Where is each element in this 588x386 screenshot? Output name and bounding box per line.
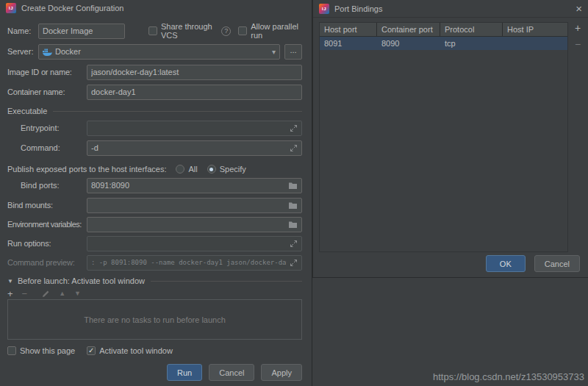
container-name-row: Container name: — [7, 84, 302, 100]
container-name-field[interactable] — [87, 85, 302, 100]
name-input[interactable] — [43, 26, 121, 35]
entrypoint-input[interactable] — [91, 124, 287, 132]
share-vcs-checkbox-box[interactable] — [148, 26, 157, 35]
tasks-empty-panel: There are no tasks to run before launch — [7, 299, 302, 340]
run-options-input[interactable] — [91, 239, 287, 248]
server-row: Server: Docker ▾ ... — [7, 43, 302, 60]
dialog-button-bar: OK Cancel — [486, 255, 580, 272]
show-this-page-checkbox[interactable]: Show this page — [7, 346, 75, 355]
ok-button[interactable]: OK — [486, 255, 526, 272]
activate-tool-window-checkbox[interactable]: ✓ Activate tool window — [87, 346, 173, 355]
intellij-logo-icon: IJ — [6, 3, 16, 13]
image-id-row: Image ID or name: — [7, 64, 302, 80]
cancel-button[interactable]: Cancel — [534, 255, 580, 272]
radio-specify-circle[interactable] — [207, 165, 216, 174]
radio-selected-dot — [209, 168, 213, 171]
apply-button[interactable]: Apply — [261, 364, 302, 381]
add-task-icon[interactable]: + — [7, 289, 13, 299]
help-icon[interactable]: ? — [221, 26, 231, 36]
expand-field-icon[interactable] — [290, 240, 298, 248]
expand-field-icon[interactable] — [290, 144, 298, 152]
chevron-down-icon: ▾ — [272, 48, 276, 56]
radio-all-label: All — [188, 165, 197, 174]
command-input[interactable] — [91, 143, 287, 152]
column-header-protocol[interactable]: Protocol — [440, 23, 503, 36]
remove-task-icon[interactable]: − — [22, 289, 28, 299]
allow-parallel-checkbox[interactable]: Allow parallel run — [238, 22, 302, 40]
env-vars-label: Environment variables: — [7, 220, 87, 229]
remove-row-icon[interactable]: − — [573, 39, 583, 49]
cell-container-port[interactable]: 8090 — [377, 39, 440, 48]
name-label: Name: — [7, 26, 38, 35]
close-icon[interactable]: × — [576, 3, 582, 14]
server-more-button[interactable]: ... — [284, 44, 302, 60]
run-options-label: Run options: — [7, 239, 87, 248]
column-header-container-port[interactable]: Container port — [377, 23, 440, 36]
collapse-arrow-icon[interactable]: ▼ — [7, 278, 13, 285]
image-id-label: Image ID or name: — [7, 68, 87, 76]
expand-field-icon[interactable] — [290, 259, 298, 267]
bind-ports-label: Bind ports: — [21, 181, 87, 190]
section-divider — [151, 281, 302, 282]
before-launch-label: Before launch: Activate tool window — [18, 276, 145, 285]
add-row-icon[interactable]: + — [573, 23, 583, 33]
create-docker-configuration-dialog: IJ Create Docker Configuration Name: Sha… — [0, 0, 312, 386]
run-button[interactable]: Run — [167, 364, 202, 381]
expand-field-icon[interactable] — [290, 124, 298, 132]
move-up-icon[interactable]: ▲ — [59, 290, 65, 297]
radio-all-circle[interactable] — [176, 165, 184, 174]
image-id-input[interactable] — [91, 68, 298, 76]
activate-tool-window-checkbox-box[interactable]: ✓ — [87, 346, 96, 355]
radio-all[interactable]: All — [176, 165, 197, 174]
dialog-titlebar[interactable]: IJ Create Docker Configuration — [0, 0, 312, 16]
bind-mounts-field[interactable] — [87, 198, 302, 213]
container-name-input[interactable] — [91, 87, 298, 96]
command-preview-field: : -p 8091:8090 --name docker-day1 jason/… — [87, 255, 302, 271]
entrypoint-field[interactable] — [87, 121, 302, 136]
browse-folder-icon[interactable] — [288, 221, 298, 229]
browse-folder-icon[interactable] — [288, 182, 298, 190]
edit-task-icon[interactable] — [42, 290, 50, 298]
column-header-host-port[interactable]: Host port — [320, 23, 377, 36]
bind-ports-row: Bind ports: — [21, 177, 302, 193]
image-id-field[interactable] — [87, 65, 302, 80]
allow-parallel-checkbox-box[interactable] — [238, 26, 247, 35]
browse-folder-icon[interactable] — [288, 201, 298, 210]
share-vcs-checkbox[interactable]: Share through VCS ? — [148, 22, 231, 40]
docker-icon — [43, 48, 52, 56]
env-vars-row: Environment variables: — [7, 216, 302, 232]
bind-mounts-row: Bind mounts: — [7, 197, 302, 213]
env-vars-field[interactable] — [87, 217, 302, 232]
command-preview-label: Command preview: — [7, 258, 87, 267]
share-vcs-label: Share through VCS — [161, 22, 218, 40]
show-this-page-checkbox-box[interactable] — [7, 346, 16, 355]
radio-specify[interactable]: Specify — [207, 165, 246, 174]
cell-protocol[interactable]: tcp — [440, 39, 503, 48]
table-row[interactable]: 8091 8090 tcp — [320, 37, 567, 50]
entrypoint-row: Entrypoint: — [21, 120, 302, 136]
command-preview-row: Command preview: : -p 8091:8090 --name d… — [7, 254, 302, 271]
command-field[interactable] — [87, 140, 302, 156]
tasks-toolbar: + − ▲ ▼ — [7, 287, 81, 299]
bind-mounts-label: Bind mounts: — [7, 201, 87, 210]
bind-mounts-input[interactable] — [91, 201, 285, 210]
env-vars-input[interactable] — [91, 220, 285, 229]
show-this-page-label: Show this page — [20, 346, 75, 355]
cell-host-port[interactable]: 8091 — [320, 39, 377, 48]
command-preview-text: : -p 8091:8090 --name docker-day1 jason/… — [91, 259, 287, 266]
column-header-host-ip[interactable]: Host IP — [503, 23, 567, 36]
cancel-button[interactable]: Cancel — [209, 364, 254, 381]
bind-ports-input[interactable] — [91, 181, 285, 190]
port-bindings-dialog: IJ Port Bindings × Host port Container p… — [312, 0, 588, 278]
dialog-titlebar[interactable]: IJ Port Bindings × — [313, 0, 588, 18]
bind-ports-field[interactable] — [87, 178, 302, 193]
run-options-field[interactable] — [87, 236, 302, 251]
server-combobox[interactable]: Docker ▾ — [38, 44, 280, 60]
executable-section-label: Executable — [7, 107, 47, 115]
allow-parallel-label: Allow parallel run — [251, 22, 302, 40]
move-down-icon[interactable]: ▼ — [74, 290, 81, 297]
dialog-title: Port Bindings — [334, 4, 382, 13]
name-field[interactable] — [38, 24, 125, 39]
radio-specify-label: Specify — [220, 165, 246, 174]
publish-ports-row: Publish exposed ports to the host interf… — [7, 161, 302, 177]
